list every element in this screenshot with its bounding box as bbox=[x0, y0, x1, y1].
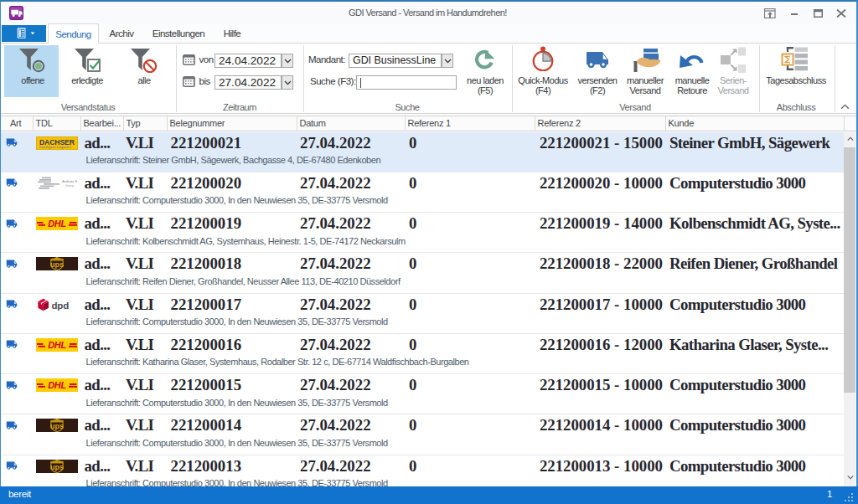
svg-text:Andreas S.: Andreas S. bbox=[62, 179, 78, 183]
svg-text:ups: ups bbox=[50, 463, 64, 471]
svg-text:ups: ups bbox=[50, 260, 64, 269]
svg-text:DHL: DHL bbox=[48, 380, 66, 390]
svg-text:DHL: DHL bbox=[48, 339, 66, 349]
svg-text:Group: Group bbox=[65, 183, 74, 187]
svg-text:dpd: dpd bbox=[52, 301, 70, 311]
svg-text:ups: ups bbox=[50, 422, 64, 430]
svg-text:DHL: DHL bbox=[48, 219, 66, 229]
